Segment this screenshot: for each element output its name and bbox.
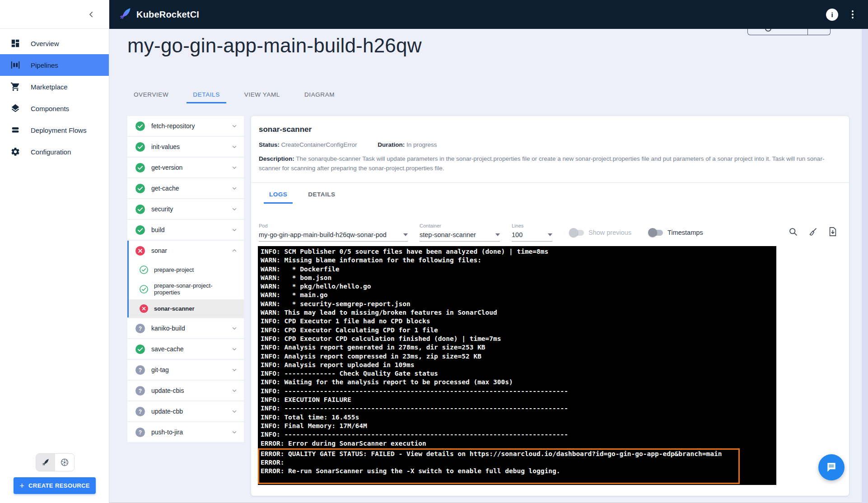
download-logs-button[interactable] <box>827 226 838 237</box>
task-row-update-cbb[interactable]: ?update-cbb <box>127 401 244 421</box>
page-scrollbar[interactable] <box>862 29 868 503</box>
log-line: WARN: * Dockerfile <box>258 265 776 274</box>
task-row-sonar[interactable]: sonar <box>129 241 244 261</box>
task-label: update-cbb <box>151 408 183 415</box>
status-pending-icon: ? <box>135 386 145 396</box>
chevron-down-icon <box>231 227 238 233</box>
timestamps-toggle[interactable]: Timestamps <box>649 229 703 236</box>
kubernetes-wheel-icon <box>60 457 70 467</box>
log-line: WARN: * main.go <box>258 291 776 299</box>
status-label: Status: <box>259 141 280 148</box>
sidebar-item-pipelines[interactable]: Pipelines <box>0 54 109 76</box>
status-success-icon <box>135 184 145 193</box>
duration-label: Duration: <box>378 141 405 148</box>
show-previous-toggle[interactable]: Show previous <box>570 229 631 236</box>
sidebar-collapse-button[interactable] <box>84 8 98 21</box>
task-row-fetch-repository[interactable]: fetch-repository <box>127 116 244 136</box>
info-icon[interactable]: i <box>826 9 838 21</box>
log-line: INFO: Final Memory: 17M/64M <box>258 422 776 430</box>
tab-task-details[interactable]: DETAILS <box>303 187 341 204</box>
log-line: INFO: ----------------------------------… <box>258 404 776 413</box>
task-label: sonar <box>151 247 167 254</box>
task-label: push-to-jira <box>151 428 183 436</box>
task-row-get-version[interactable]: get-version <box>127 158 244 177</box>
sidebar-item-marketplace[interactable]: Marketplace <box>0 76 109 98</box>
kubernetes-view-button[interactable] <box>55 454 74 471</box>
chevron-down-icon <box>231 367 238 373</box>
lines-select[interactable]: Lines 100 <box>512 223 552 242</box>
task-row-sonar-scanner[interactable]: sonar-scanner <box>129 299 244 317</box>
task-row-save-cache[interactable]: save-cache <box>127 339 244 359</box>
status-pending-icon: ? <box>135 407 145 416</box>
task-row-build[interactable]: build <box>127 220 244 240</box>
task-group-sonar: sonarprepare-projectprepare-sonar-projec… <box>127 241 244 317</box>
panel-title: sonar-scanner <box>259 125 312 134</box>
log-line: WARN: Missing blame information for the … <box>258 256 776 265</box>
search-logs-button[interactable] <box>788 226 798 237</box>
brand[interactable]: KubeRocketCI <box>109 7 199 22</box>
task-label: get-cache <box>151 185 179 192</box>
chevron-down-icon <box>231 325 238 331</box>
chat-assistant-button[interactable] <box>818 454 845 480</box>
sidebar-item-label: Configuration <box>31 148 71 156</box>
task-row-get-cache[interactable]: get-cache <box>127 178 244 198</box>
task-row-prepare-sonar-project-properties[interactable]: prepare-sonar-project-properties <box>129 279 244 299</box>
tab-overview[interactable]: OVERVIEW <box>127 88 175 103</box>
task-label: build <box>151 226 165 233</box>
status-error-icon <box>135 246 145 256</box>
task-row-init-values[interactable]: init-values <box>127 137 244 157</box>
duration-value: In progress <box>406 141 437 148</box>
brand-name: KubeRocketCI <box>136 9 199 20</box>
log-line: INFO: ----------------------------------… <box>258 387 776 396</box>
tab-diagram[interactable]: DIAGRAM <box>298 88 341 103</box>
status-success-icon <box>135 163 145 172</box>
chat-bubble-icon <box>826 461 837 473</box>
dashboard-icon <box>10 38 21 49</box>
pipelines-icon <box>10 60 21 70</box>
stack-icon <box>10 125 21 135</box>
task-label: get-version <box>151 164 182 171</box>
create-resource-button[interactable]: + CREATE RESOURCE <box>14 477 96 494</box>
log-line: INFO: Analysis report compressed in 23ms… <box>258 352 776 361</box>
tab-logs[interactable]: LOGS <box>264 187 293 204</box>
chevron-down-icon <box>231 206 238 212</box>
panel-tabs: LOGS DETAILS <box>264 187 341 204</box>
svg-text:?: ? <box>139 429 142 436</box>
sidebar-item-overview[interactable]: Overview <box>0 33 109 54</box>
svg-text:?: ? <box>139 409 142 415</box>
status-pending-icon: ? <box>135 428 145 437</box>
log-line: INFO: CPD Executor 1 file had no CPD blo… <box>258 317 776 326</box>
pod-select[interactable]: Pod my-go-gin-app-main-build-h26qw-sonar… <box>259 223 408 242</box>
chevron-down-icon <box>231 408 238 415</box>
sidebar-nav: OverviewPipelinesMarketplaceComponentsDe… <box>0 33 109 163</box>
gear-icon <box>10 146 21 157</box>
refresh-interval-control-cutoff[interactable] <box>747 29 831 35</box>
task-row-update-cbis[interactable]: ?update-cbis <box>127 381 244 401</box>
clear-logs-button[interactable] <box>807 226 818 237</box>
task-label: sonar-scanner <box>154 305 222 312</box>
task-row-prepare-project[interactable]: prepare-project <box>129 261 244 279</box>
task-row-push-to-jira[interactable]: ?push-to-jira <box>127 422 244 442</box>
chevron-down-icon <box>231 346 238 352</box>
log-line: WARN: This may lead to missing/broken fe… <box>258 308 776 317</box>
sidebar-item-deployment-flows[interactable]: Deployment Flows <box>0 119 109 141</box>
task-row-security[interactable]: security <box>127 199 244 219</box>
log-terminal[interactable]: INFO: SCM Publisher 0/5 source files hav… <box>258 246 776 485</box>
task-label: kaniko-build <box>151 325 185 332</box>
tab-view-yaml[interactable]: VIEW YAML <box>238 88 286 103</box>
container-select[interactable]: Container step-sonar-scanner <box>420 223 500 242</box>
chevron-down-icon <box>231 185 238 191</box>
krci-view-button[interactable] <box>36 454 55 471</box>
log-line: INFO: Waiting for the analysis report to… <box>258 378 776 387</box>
status-success-outline-icon <box>140 265 148 274</box>
kebab-menu-icon[interactable] <box>850 9 855 20</box>
tab-details[interactable]: DETAILS <box>187 88 226 103</box>
sidebar-item-components[interactable]: Components <box>0 98 109 119</box>
task-row-git-tag[interactable]: ?git-tag <box>127 360 244 380</box>
task-label: security <box>151 205 173 213</box>
download-file-icon <box>828 227 837 237</box>
task-row-kaniko-build[interactable]: ?kaniko-build <box>127 318 244 338</box>
sidebar-item-configuration[interactable]: Configuration <box>0 141 109 163</box>
log-line: INFO: CPD Executor Calculating CPD for 1… <box>258 326 776 335</box>
status-pending-icon: ? <box>135 324 145 333</box>
